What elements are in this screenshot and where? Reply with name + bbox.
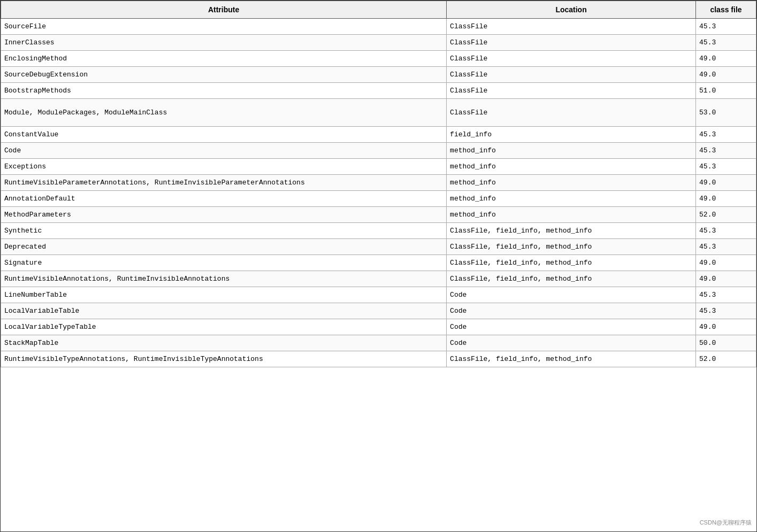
attribute-cell: ConstantValue xyxy=(1,127,447,143)
attribute-cell: LocalVariableTable xyxy=(1,303,447,319)
table-row: StackMapTableCode50.0 xyxy=(1,335,756,351)
attribute-cell: InnerClasses xyxy=(1,35,447,51)
location-cell: Code xyxy=(447,287,696,303)
location-cell: ClassFile xyxy=(447,35,696,51)
table-row: SourceFileClassFile45.3 xyxy=(1,19,756,35)
table-header-row: Attribute Location class file xyxy=(1,1,756,19)
attribute-cell: LineNumberTable xyxy=(1,287,447,303)
classfile-cell: 45.3 xyxy=(696,35,756,51)
table-row: Module, ModulePackages, ModuleMainClassC… xyxy=(1,99,756,127)
classfile-cell: 45.3 xyxy=(696,159,756,175)
table-row: RuntimeVisibleAnnotations, RuntimeInvisi… xyxy=(1,271,756,287)
classfile-cell: 51.0 xyxy=(696,83,756,99)
classfile-cell: 49.0 xyxy=(696,51,756,67)
table-row: RuntimeVisibleTypeAnnotations, RuntimeIn… xyxy=(1,351,756,367)
location-cell: ClassFile, field_info, method_info xyxy=(447,255,696,271)
table-row: LocalVariableTableCode45.3 xyxy=(1,303,756,319)
table-row: SyntheticClassFile, field_info, method_i… xyxy=(1,223,756,239)
table-row: InnerClassesClassFile45.3 xyxy=(1,35,756,51)
location-cell: field_info xyxy=(447,127,696,143)
classfile-cell: 45.3 xyxy=(696,19,756,35)
location-cell: ClassFile, field_info, method_info xyxy=(447,351,696,367)
location-cell: ClassFile, field_info, method_info xyxy=(447,223,696,239)
location-cell: method_info xyxy=(447,143,696,159)
classfile-cell: 49.0 xyxy=(696,191,756,207)
table-row: EnclosingMethodClassFile49.0 xyxy=(1,51,756,67)
classfile-cell: 53.0 xyxy=(696,99,756,127)
location-cell: method_info xyxy=(447,207,696,223)
attribute-cell: Exceptions xyxy=(1,159,447,175)
attribute-cell: Synthetic xyxy=(1,223,447,239)
classfile-cell: 45.3 xyxy=(696,287,756,303)
attribute-cell: Module, ModulePackages, ModuleMainClass xyxy=(1,99,447,127)
classfile-cell: 49.0 xyxy=(696,271,756,287)
location-cell: ClassFile xyxy=(447,99,696,127)
table-row: ConstantValuefield_info45.3 xyxy=(1,127,756,143)
attribute-cell: Code xyxy=(1,143,447,159)
classfile-cell: 50.0 xyxy=(696,335,756,351)
attribute-header: Attribute xyxy=(1,1,447,19)
location-cell: method_info xyxy=(447,159,696,175)
table-row: LocalVariableTypeTableCode49.0 xyxy=(1,319,756,335)
table-row: Codemethod_info45.3 xyxy=(1,143,756,159)
table-row: LineNumberTableCode45.3 xyxy=(1,287,756,303)
classfile-cell: 45.3 xyxy=(696,239,756,255)
table-row: AnnotationDefaultmethod_info49.0 xyxy=(1,191,756,207)
location-cell: method_info xyxy=(447,191,696,207)
location-cell: Code xyxy=(447,319,696,335)
table-row: MethodParametersmethod_info52.0 xyxy=(1,207,756,223)
classfile-cell: 49.0 xyxy=(696,175,756,191)
table-container: Attribute Location class file SourceFile… xyxy=(0,0,757,532)
table-row: BootstrapMethodsClassFile51.0 xyxy=(1,83,756,99)
location-header: Location xyxy=(447,1,696,19)
attribute-cell: Signature xyxy=(1,255,447,271)
attribute-cell: StackMapTable xyxy=(1,335,447,351)
attribute-cell: BootstrapMethods xyxy=(1,83,447,99)
table-row: SignatureClassFile, field_info, method_i… xyxy=(1,255,756,271)
classfile-cell: 45.3 xyxy=(696,223,756,239)
attribute-cell: RuntimeVisibleParameterAnnotations, Runt… xyxy=(1,175,447,191)
attribute-cell: MethodParameters xyxy=(1,207,447,223)
attributes-table: Attribute Location class file SourceFile… xyxy=(1,1,756,367)
location-cell: ClassFile xyxy=(447,67,696,83)
classfile-cell: 52.0 xyxy=(696,207,756,223)
classfile-header: class file xyxy=(696,1,756,19)
classfile-cell: 45.3 xyxy=(696,143,756,159)
attribute-cell: RuntimeVisibleAnnotations, RuntimeInvisi… xyxy=(1,271,447,287)
classfile-cell: 45.3 xyxy=(696,127,756,143)
table-row: SourceDebugExtensionClassFile49.0 xyxy=(1,67,756,83)
location-cell: ClassFile, field_info, method_info xyxy=(447,271,696,287)
location-cell: ClassFile xyxy=(447,51,696,67)
attribute-cell: EnclosingMethod xyxy=(1,51,447,67)
classfile-cell: 45.3 xyxy=(696,303,756,319)
attribute-cell: SourceDebugExtension xyxy=(1,67,447,83)
attribute-cell: Deprecated xyxy=(1,239,447,255)
classfile-cell: 52.0 xyxy=(696,351,756,367)
location-cell: Code xyxy=(447,335,696,351)
attribute-cell: LocalVariableTypeTable xyxy=(1,319,447,335)
location-cell: ClassFile, field_info, method_info xyxy=(447,239,696,255)
location-cell: ClassFile xyxy=(447,19,696,35)
classfile-cell: 49.0 xyxy=(696,319,756,335)
attribute-cell: RuntimeVisibleTypeAnnotations, RuntimeIn… xyxy=(1,351,447,367)
table-row: RuntimeVisibleParameterAnnotations, Runt… xyxy=(1,175,756,191)
classfile-cell: 49.0 xyxy=(696,67,756,83)
location-cell: Code xyxy=(447,303,696,319)
location-cell: ClassFile xyxy=(447,83,696,99)
attribute-cell: SourceFile xyxy=(1,19,447,35)
location-cell: method_info xyxy=(447,175,696,191)
classfile-cell: 49.0 xyxy=(696,255,756,271)
watermark: CSDN@无聊程序猿 xyxy=(700,519,752,527)
table-row: DeprecatedClassFile, field_info, method_… xyxy=(1,239,756,255)
attribute-cell: AnnotationDefault xyxy=(1,191,447,207)
table-row: Exceptionsmethod_info45.3 xyxy=(1,159,756,175)
